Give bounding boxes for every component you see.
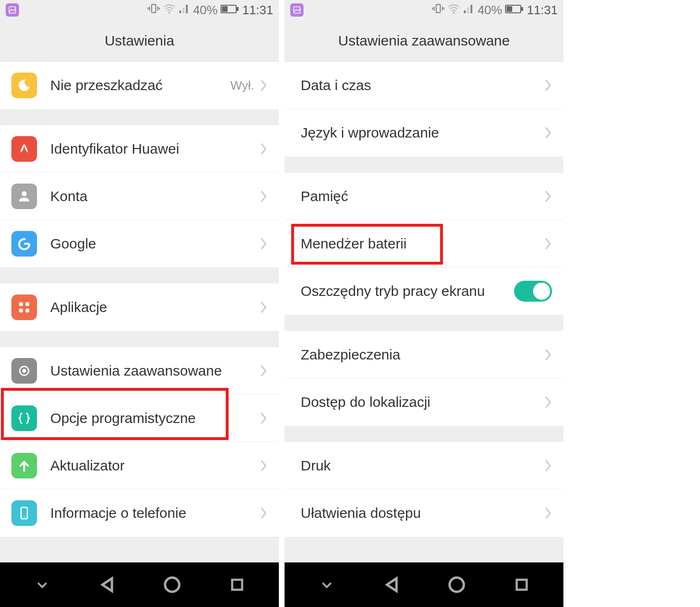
signal-icon xyxy=(463,3,475,18)
wifi-icon xyxy=(163,3,176,18)
svg-point-9 xyxy=(22,191,27,196)
google-g-icon xyxy=(11,231,37,257)
advanced-settings-list[interactable]: Data i czas Język i wprowadzanie Pamięć … xyxy=(285,62,563,562)
row-label: Konta xyxy=(50,188,260,204)
row-label: Pamięć xyxy=(301,188,544,204)
svg-point-15 xyxy=(22,369,26,373)
row-label: Google xyxy=(50,236,260,252)
phone-info-icon xyxy=(11,500,37,526)
chevron-right-icon xyxy=(260,459,267,472)
chevron-right-icon xyxy=(544,459,552,472)
row-about-phone[interactable]: Informacje o telefonie xyxy=(0,489,279,537)
row-label: Dostęp do lokalizacji xyxy=(301,394,544,410)
svg-rect-24 xyxy=(467,8,469,13)
status-bar: 40% 11:31 xyxy=(0,0,279,20)
chevron-right-icon xyxy=(260,301,267,314)
chevron-right-icon xyxy=(544,237,552,250)
nav-recent-button[interactable] xyxy=(223,570,251,599)
row-developer-options[interactable]: Opcje programistyczne xyxy=(0,395,279,442)
row-label: Informacje o telefonie xyxy=(50,505,260,521)
row-google[interactable]: Google xyxy=(0,220,279,267)
row-label: Aplikacje xyxy=(50,299,260,315)
arrow-up-icon xyxy=(11,453,37,478)
chevron-right-icon xyxy=(544,190,552,203)
chevron-right-icon xyxy=(260,142,267,156)
row-label: Oszczędny tryb pracy ekranu xyxy=(301,283,514,299)
svg-point-22 xyxy=(453,11,455,13)
wifi-icon xyxy=(447,3,461,18)
row-battery-manager[interactable]: Menedżer baterii xyxy=(285,220,563,267)
settings-list[interactable]: Nie przeszkadzać Wył. Identyfikator Huaw… xyxy=(0,62,279,562)
svg-rect-3 xyxy=(179,10,181,13)
row-eco-screen-mode[interactable]: Oszczędny tryb pracy ekranu xyxy=(285,267,563,315)
page-header: Ustawienia zaawansowane xyxy=(285,20,563,62)
svg-rect-23 xyxy=(464,10,466,13)
signal-icon xyxy=(179,3,190,18)
nav-collapse-button[interactable] xyxy=(313,570,341,599)
svg-rect-30 xyxy=(516,580,526,590)
row-label: Nie przeszkadzać xyxy=(50,77,230,93)
row-accessibility[interactable]: Ułatwienia dostępu xyxy=(285,489,563,537)
row-label: Język i wprowadzanie xyxy=(301,125,544,141)
page-title: Ustawienia xyxy=(105,33,175,49)
row-memory[interactable]: Pamięć xyxy=(285,173,563,220)
chevron-right-icon xyxy=(260,506,267,520)
gear-icon xyxy=(11,358,37,384)
battery-percent: 40% xyxy=(193,3,218,18)
nav-collapse-button[interactable] xyxy=(28,570,56,599)
clock-time: 11:31 xyxy=(242,3,273,18)
row-location-access[interactable]: Dostęp do lokalizacji xyxy=(285,378,563,426)
screen-settings: 40% 11:31 Ustawienia Nie przeszkadzać Wy… xyxy=(0,0,279,607)
svg-rect-28 xyxy=(521,7,523,11)
vibrate-icon xyxy=(147,2,160,18)
nav-home-button[interactable] xyxy=(158,570,186,599)
chevron-right-icon xyxy=(544,348,552,361)
svg-rect-8 xyxy=(237,7,239,11)
row-print[interactable]: Druk xyxy=(285,442,563,489)
row-label: Data i czas xyxy=(301,77,544,93)
nav-back-button[interactable] xyxy=(378,570,406,599)
nav-recent-button[interactable] xyxy=(507,570,536,599)
eco-screen-toggle[interactable] xyxy=(514,281,552,302)
svg-rect-1 xyxy=(152,4,156,12)
page-title: Ustawienia zaawansowane xyxy=(338,33,510,49)
nav-back-button[interactable] xyxy=(93,570,121,599)
row-value: Wył. xyxy=(230,78,254,93)
row-label: Aktualizator xyxy=(50,458,260,474)
row-security[interactable]: Zabezpieczenia xyxy=(285,331,563,378)
person-icon xyxy=(11,184,37,209)
svg-rect-27 xyxy=(507,6,512,12)
screen-advanced-settings: 40% 11:31 Ustawienia zaawansowane Data i… xyxy=(285,0,563,607)
notification-app-icon xyxy=(6,3,19,17)
svg-rect-12 xyxy=(19,309,23,313)
nav-home-button[interactable] xyxy=(442,570,471,599)
apps-grid-icon xyxy=(11,294,37,320)
moon-icon xyxy=(11,73,37,98)
row-label: Menedżer baterii xyxy=(301,236,544,252)
row-label: Opcje programistyczne xyxy=(50,410,260,426)
row-date-time[interactable]: Data i czas xyxy=(285,62,563,109)
svg-point-29 xyxy=(450,578,464,592)
svg-rect-10 xyxy=(19,302,23,306)
notification-app-icon xyxy=(290,3,304,17)
battery-icon xyxy=(505,3,524,18)
row-updater[interactable]: Aktualizator xyxy=(0,442,279,489)
vibrate-icon xyxy=(432,2,444,18)
android-nav-bar xyxy=(285,562,563,607)
svg-rect-4 xyxy=(183,8,184,13)
row-do-not-disturb[interactable]: Nie przeszkadzać Wył. xyxy=(0,62,279,109)
row-advanced-settings[interactable]: Ustawienia zaawansowane xyxy=(0,347,279,395)
chevron-right-icon xyxy=(260,364,267,377)
svg-rect-25 xyxy=(470,5,472,13)
huawei-icon xyxy=(11,136,37,162)
svg-rect-5 xyxy=(186,5,188,13)
row-accounts[interactable]: Konta xyxy=(0,173,279,220)
chevron-right-icon xyxy=(260,237,267,250)
row-apps[interactable]: Aplikacje xyxy=(0,284,279,331)
row-label: Ustawienia zaawansowane xyxy=(50,363,260,379)
svg-point-17 xyxy=(24,516,25,518)
clock-time: 11:31 xyxy=(527,3,558,18)
row-huawei-id[interactable]: Identyfikator Huawei xyxy=(0,125,279,173)
row-language-input[interactable]: Język i wprowadzanie xyxy=(285,109,563,156)
chevron-right-icon xyxy=(544,506,552,520)
